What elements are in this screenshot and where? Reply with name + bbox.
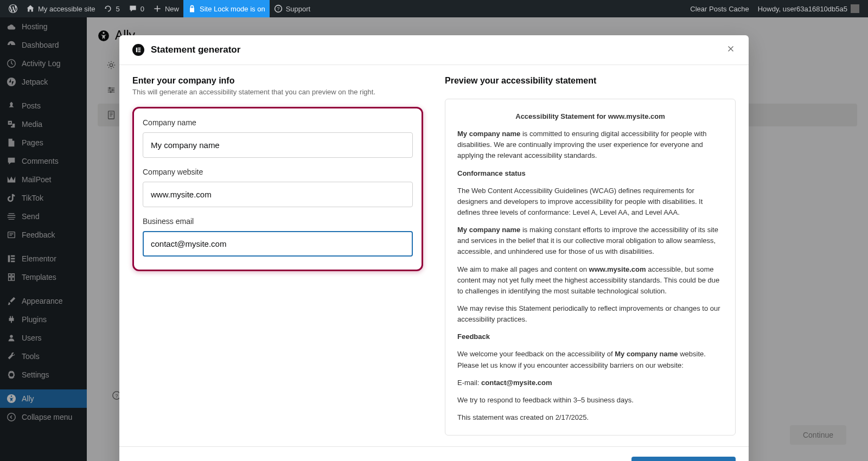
site-name-item[interactable]: My accessible site (22, 0, 99, 17)
preview-feedback-heading: Feedback (457, 331, 723, 342)
plus-icon (153, 4, 162, 13)
refresh-item[interactable]: 5 (99, 0, 124, 17)
business-email-input[interactable] (143, 231, 413, 257)
preview-p2: The Web Content Accessibility Guidelines… (457, 185, 723, 218)
svg-rect-24 (138, 49, 141, 50)
clear-cache-item[interactable]: Clear Posts Cache (686, 0, 753, 17)
howdy-item[interactable]: Howdy, user63a16810db5a5 (754, 0, 864, 17)
modal-footer: Cancel Create statement & page (119, 446, 749, 461)
close-icon (726, 44, 736, 54)
preview-p1: My company name is committed to ensuring… (457, 129, 723, 161)
preview-p5: We may revise this Statement periodicall… (457, 303, 723, 325)
form-subheading: This will generate an accessibility stat… (132, 88, 423, 96)
wp-logo[interactable] (4, 0, 22, 17)
modal-header: Statement generator (119, 35, 749, 65)
create-statement-button[interactable]: Create statement & page (631, 457, 736, 461)
svg-rect-22 (136, 48, 137, 52)
comments-count: 0 (141, 5, 144, 13)
preview-conformance-heading: Conformance status (457, 168, 723, 179)
site-name: My accessible site (38, 5, 95, 13)
lock-label: Site Lock mode is on (200, 5, 265, 13)
lock-mode-item[interactable]: Site Lock mode is on (183, 0, 270, 17)
new-item[interactable]: New (149, 0, 183, 17)
admin-bar: My accessible site 5 0 New Site Lock mod… (0, 0, 868, 17)
support-label: Support (286, 5, 311, 13)
lock-icon (188, 4, 196, 13)
company-website-input[interactable] (143, 182, 413, 207)
refresh-count: 5 (116, 5, 119, 13)
preview-p7: E-mail: contact@mysite.com (457, 377, 723, 388)
preview-statement: Accessibility Statement for www.mysite.c… (445, 99, 736, 436)
comments-item[interactable]: 0 (124, 0, 149, 17)
company-name-label: Company name (143, 118, 413, 127)
new-label: New (165, 5, 179, 13)
form-column: Enter your company info This will genera… (132, 76, 423, 436)
business-email-label: Business email (143, 217, 413, 226)
home-icon (26, 4, 35, 13)
form-highlight-box: Company name Company website Business em… (132, 107, 423, 271)
avatar (851, 4, 859, 13)
statement-generator-modal: Statement generator Enter your company i… (119, 35, 749, 461)
svg-rect-23 (138, 48, 141, 49)
preview-heading: Preview your accessibility statement (445, 76, 736, 86)
preview-p9: This statement was created on 2/17/2025. (457, 412, 723, 423)
preview-p4: We aim to make all pages and content on … (457, 264, 723, 297)
company-name-input[interactable] (143, 132, 413, 158)
preview-column: Preview your accessibility statement Acc… (445, 76, 736, 436)
preview-title: Accessibility Statement for www.mysite.c… (457, 111, 723, 122)
preview-p6: We welcome your feedback on the accessib… (457, 349, 723, 370)
comment-icon (129, 4, 137, 13)
wordpress-icon (9, 4, 17, 13)
preview-p3: My company name is making constant effor… (457, 225, 723, 257)
help-icon: ? (274, 4, 283, 13)
preview-p8: We try to respond to feedback within 3–5… (457, 395, 723, 406)
cancel-button[interactable]: Cancel (586, 458, 621, 461)
svg-text:?: ? (277, 6, 279, 11)
form-heading: Enter your company info (132, 76, 423, 86)
svg-rect-25 (138, 51, 141, 52)
company-website-label: Company website (143, 168, 413, 176)
support-item[interactable]: ? Support (270, 0, 315, 17)
refresh-icon (104, 4, 112, 13)
elementor-logo-icon (132, 44, 144, 56)
close-button[interactable] (726, 44, 736, 56)
modal-title: Statement generator (151, 44, 240, 55)
